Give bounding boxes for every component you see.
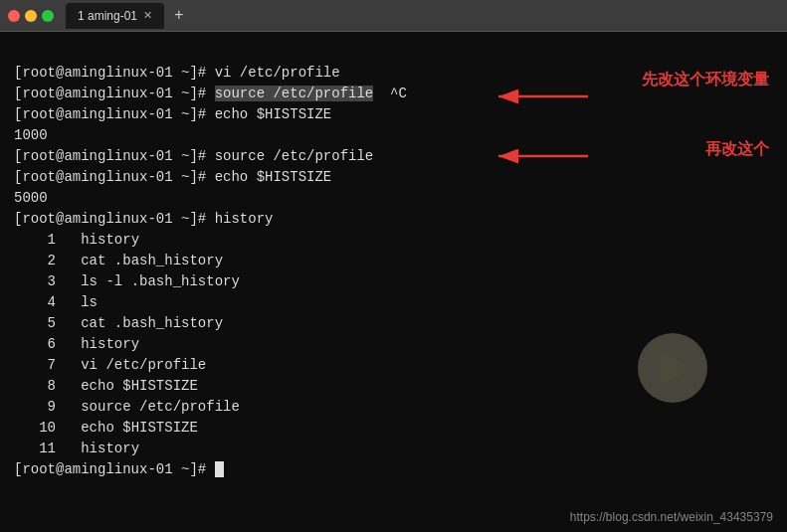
prompt-5: [root@aminglinux-01 ~]# — [14, 169, 215, 185]
tab-close-icon[interactable]: ✕ — [143, 9, 152, 22]
cmd-2-highlight: source /etc/profile — [215, 86, 374, 101]
cmd-4: source /etc/profile — [215, 148, 374, 164]
hist-11: 11 history — [14, 441, 139, 456]
hist-9: 9 source /etc/profile — [14, 399, 240, 415]
prompt-4: [root@aminglinux-01 ~]# — [14, 148, 215, 164]
prompt-final: [root@aminglinux-01 ~]# — [14, 461, 215, 477]
prompt-2: [root@aminglinux-01 ~]# — [14, 86, 215, 101]
browser-bar: 1 aming-01 ✕ + — [0, 0, 787, 32]
terminal-window: [root@aminglinux-01 ~]# vi /etc/profile … — [0, 32, 787, 532]
cmd-3: echo $HISTSIZE — [215, 106, 332, 122]
terminal-cursor — [215, 461, 224, 477]
prompt-1: [root@aminglinux-01 ~]# — [14, 65, 215, 81]
hist-7: 7 vi /etc/profile — [14, 357, 206, 373]
browser-tab[interactable]: 1 aming-01 ✕ — [66, 3, 164, 29]
ctrl-c: ^C — [373, 86, 407, 101]
hist-8: 8 echo $HISTSIZE — [14, 378, 198, 394]
tab-add-button[interactable]: + — [170, 7, 188, 25]
output-1000: 1000 — [14, 127, 48, 143]
cmd-5: echo $HISTSIZE — [215, 169, 332, 185]
prompt-3: [root@aminglinux-01 ~]# — [14, 106, 215, 122]
hist-5: 5 cat .bash_history — [14, 315, 223, 331]
hist-6: 6 history — [14, 336, 139, 352]
output-5000: 5000 — [14, 190, 48, 206]
cmd-1: vi /etc/profile — [215, 65, 340, 81]
watermark: https://blog.csdn.net/weixin_43435379 — [570, 510, 773, 524]
tab-label: 1 aming-01 — [78, 9, 137, 23]
hist-1: 1 history — [14, 232, 139, 248]
terminal-content: [root@aminglinux-01 ~]# vi /etc/profile … — [14, 42, 773, 501]
traffic-lights — [8, 10, 54, 22]
prompt-6: [root@aminglinux-01 ~]# — [14, 211, 215, 227]
play-button[interactable] — [638, 333, 707, 403]
play-icon — [661, 350, 690, 386]
hist-10: 10 echo $HISTSIZE — [14, 420, 198, 436]
maximize-button[interactable] — [42, 10, 54, 22]
close-button[interactable] — [8, 10, 20, 22]
hist-4: 4 ls — [14, 294, 98, 310]
hist-2: 2 cat .bash_history — [14, 253, 223, 268]
hist-3: 3 ls -l .bash_history — [14, 273, 240, 289]
minimize-button[interactable] — [25, 10, 37, 22]
cmd-history: history — [215, 211, 274, 227]
